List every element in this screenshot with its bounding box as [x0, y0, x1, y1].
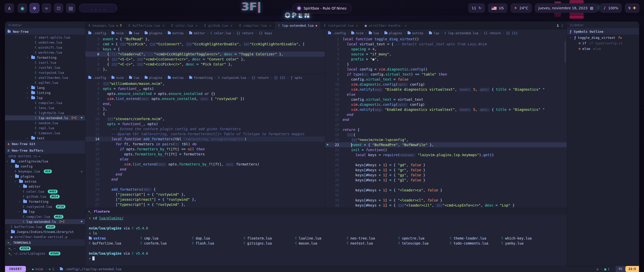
file-neotest-lua[interactable]: ☾neotest.lua [347, 241, 398, 246]
code-line-27[interactable]: 27 ["typescript"] = { "rustywind" }, [85, 202, 325, 207]
code-line-15[interactable]: 15 for ft, formatters in pairs(t: tbl) d… [85, 142, 325, 147]
code-line-8[interactable]: 8 if type(v: config.virtual_text) == "ta… [325, 72, 567, 77]
neo-tree-buffers-header[interactable]: ≡ Neo-Tree Buffers [5, 147, 85, 154]
breadcrumb-item-nvim[interactable]: nvim [111, 76, 124, 80]
code-line-20[interactable]: 20 end [85, 167, 325, 172]
breadcrumb-item-lsp[interactable]: lsp [429, 31, 439, 35]
breadcrumb-item-lua[interactable]: lua [369, 31, 379, 35]
breadcrumb-item-formatting[interactable]: formatting [189, 76, 213, 80]
code-line-10[interactable]: 10 [1]"stevearc/conform.nvim", [85, 116, 325, 121]
breadcrumb-item-config[interactable]: .config [328, 31, 346, 35]
tab-lsp-extended-lua[interactable]: ☾lsp-extended.lua● [275, 22, 320, 29]
floaterm-terminal[interactable]: › cd lua/plugins/ nvim/lua/plugins via ☾… [85, 215, 567, 266]
breadcrumb-item-nvim[interactable]: nvim [351, 31, 363, 35]
file-tree-item-formatting[interactable]: ▾formatting [5, 55, 85, 60]
code-line-19[interactable]: 19return { [325, 127, 567, 132]
code-line-1[interactable]: 1local function toggle_diag_virtext() [325, 37, 567, 42]
file-tree-item-undotree-lua[interactable]: ☾undotree.lua [5, 40, 85, 45]
code-line-8[interactable]: 8 { [1]"<C-c>", [2]"<cmd>CccPick<cr>", d… [85, 62, 325, 67]
terminals-header[interactable]: >_ TERMINALS [5, 239, 85, 246]
code-line-20[interactable]: 20 [1]{ [325, 132, 567, 137]
code-buffer-lsp-extended[interactable]: 1local function toggle_diag_virtext()2 l… [325, 37, 567, 208]
code-line-12[interactable]: 12 --- Extend the conform plugin config … [85, 126, 325, 131]
file-theme-loader-lua[interactable]: ☾theme-loader.lua [450, 236, 501, 241]
file-tree-item-lsp-extended-lu[interactable]: ☾lsp-extended.lu[+]⚑ [5, 115, 85, 120]
file-tree-item-shellharden-lua[interactable]: ☾shellharden.lua [5, 75, 85, 80]
buffer-tree-item-github-lua[interactable]: ☾github.lua#654 [5, 194, 85, 199]
media-notification[interactable]: Spiritbox - Rule Of Nines [292, 3, 352, 13]
breadcrumb-item-return[interactable]: [] return [484, 31, 501, 35]
code-line-12[interactable]: 12 else [325, 92, 567, 97]
code-line-31[interactable]: 31 keys[#keys + 1] = { "<leader>ca", fal… [325, 188, 567, 193]
floaterm-header[interactable]: >_ Floaterm [85, 208, 567, 215]
code-line-9[interactable]: 9 config.virtual_text = false [325, 77, 567, 82]
code-line-4[interactable]: 4opts = function(_, opts) [85, 86, 325, 91]
tab-number-2[interactable]: 2 [561, 24, 563, 27]
volume-pill[interactable]: ♪100% [600, 3, 622, 13]
neo-tree-git-header[interactable]: ± Neo-Tree Git [5, 141, 85, 147]
outline-item-if[interactable]: ⊘ifif type(config.vi [567, 40, 639, 46]
code-line-26[interactable]: 26 keys[#keys + 1] = { "gd", false } [325, 162, 567, 167]
topbar-button-notes-icon[interactable]: ▤ [66, 3, 75, 13]
topbar-button-clipboard-icon[interactable]: ⊡ [54, 3, 63, 13]
launcher-button[interactable]: ∧ [5, 3, 14, 13]
code-line-25[interactable]: 25 [325, 157, 567, 162]
code-line-15[interactable]: 15 vim.notify(msg: "Enabled diagnostics … [325, 107, 567, 112]
tab-keymaps-lua[interactable]: ☾keymaps.lua⚠ 3 [85, 22, 125, 29]
code-line-23[interactable]: 23 [85, 182, 325, 187]
code-line-5[interactable]: 5keys = { [85, 47, 325, 52]
code-line-7[interactable]: 7 local config = vim.diagnostic.config() [325, 67, 567, 72]
tab-number-1[interactable]: 1 [557, 24, 559, 27]
tab-compiler-lua[interactable]: ☾compiler.lua× [236, 22, 275, 29]
breadcrumb-item-1[interactable]: {} [1] [506, 31, 517, 35]
tab-github-lua[interactable]: ☾github.lua× [201, 22, 236, 29]
code-line-13[interactable]: 13 config.virtual_text = virtual_text [325, 97, 567, 102]
tab-bufferline-lua[interactable]: ☾bufferline.lua× [125, 22, 168, 29]
code-line-28[interactable]: 28 keys[#keys + 1] = { "gy", false } [325, 173, 567, 178]
code-line-18[interactable]: 18 [325, 122, 567, 127]
file-tree-item-winshift-lua[interactable]: ☾winshift.lua [5, 45, 85, 50]
breadcrumb-item-return[interactable]: {} return [236, 31, 254, 35]
buffer-tree-item-juegos-indies-steamlibrary-st[interactable]: ▾Juegos/Indies/SteamLibrary/st [5, 229, 85, 234]
breadcrumb-item-config[interactable]: .config [88, 31, 106, 35]
file-tree-item-neodim-lua[interactable]: ☾neodim.lua [5, 120, 85, 125]
code-line-9[interactable]: 9{ [85, 111, 325, 116]
statusline-left-2[interactable]: .config/…/lsp/lsp-extended.lua [60, 267, 121, 271]
buffer-tree-item-lsp[interactable]: ▾lsp [5, 209, 85, 214]
code-line-16[interactable]: 16 end [325, 112, 567, 117]
code-line-2[interactable]: 2 local virtual_text = { -- Default virt… [325, 42, 567, 47]
buffer-tree-item-extras[interactable]: ▾extras [5, 179, 85, 184]
outline-item-else[interactable]: ⊘elseelse [567, 46, 639, 51]
code-line-33[interactable]: 33 keys[#keys + 1] = { "<leader>cl", fal… [325, 198, 567, 203]
buffer-tree-item-rustywind-lua[interactable]: ☾rustywind.lua#726 [5, 204, 85, 209]
buffer-tree-item-color-lua[interactable]: ☾color.lua#493 [5, 189, 85, 194]
file-tree-item-compiler-lua[interactable]: ☾compiler.lua [5, 100, 85, 105]
file-tree-item-worktree-lua[interactable]: ☾worktree.lua [5, 50, 85, 55]
file-conform-lua[interactable]: ☾conform.lua [140, 241, 192, 246]
file-todo-comments-lua[interactable]: ☾todo-comments.lua [450, 241, 501, 246]
weather-pill[interactable]: ☀24°C [510, 3, 532, 13]
tray-pill[interactable]: 9✚ [625, 3, 640, 13]
breadcrumb-item-keys[interactable]: {} keys [259, 31, 272, 35]
code-line-3[interactable]: 3[1]"williamboman/mason.nvim", [85, 81, 325, 86]
file-lualine-lua[interactable]: ☾lualine.lua [295, 236, 347, 241]
close-tab-icon[interactable]: × [356, 24, 358, 27]
code-line-14[interactable]: 14 local function add_formatters(tbl :ta… [85, 137, 325, 142]
code-line-16[interactable]: 16 if opts.formatters_by_ft[ft] == nil t… [85, 147, 325, 152]
terminal-item-c-n-l-plugins[interactable]: >_~/.c/n/l/plugins#3980 [5, 251, 85, 256]
file-telescope-lua[interactable]: ☾telescope.lua [398, 241, 450, 246]
keyboard-layout-pill[interactable]: US [488, 3, 507, 13]
code-line-22[interactable]: ⚑22 event = { "BufReadPre", "BufNewFile"… [325, 142, 567, 147]
code-line-32[interactable]: 32 [325, 193, 567, 198]
code-line-27[interactable]: 27 keys[#keys + 1] = { "gr", false } [325, 167, 567, 173]
code-line-10[interactable]: 10 vim.diagnostic.config(opts: config) [325, 82, 567, 87]
code-line-7[interactable]: 7 { [1]"<S-C>", [2]"<cmd>CccConvert<cr>"… [85, 57, 325, 62]
code-line-21[interactable]: 21 end [85, 172, 325, 177]
breadcrumb-item-extras[interactable]: extras [168, 76, 184, 80]
buffer-tree-item-config-nvim-lua[interactable]: ▾.config/nvim/lua [5, 159, 85, 164]
code-line-6[interactable]: 6 { [1]"<leader>uC", [2]"<cmd>CccHighlig… [85, 52, 325, 57]
file-tree-item-smart-splits-lua[interactable]: ☾smart-splits.lua [5, 35, 85, 40]
breadcrumb-item-2[interactable]: {} [2] [274, 76, 285, 80]
tab-rustywind-lua[interactable]: ☾rustywind.lua× [321, 22, 361, 29]
breadcrumb-item-extras[interactable]: extras [168, 31, 184, 35]
